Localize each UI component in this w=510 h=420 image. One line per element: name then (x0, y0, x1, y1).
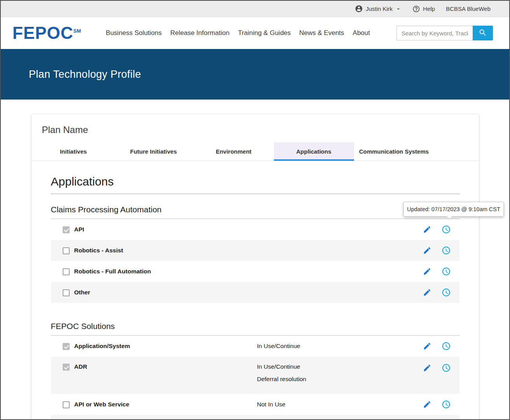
edit-icon[interactable] (423, 364, 431, 372)
edit-icon[interactable] (423, 342, 431, 350)
checkbox-adr[interactable] (63, 364, 70, 371)
table-row-robotics-assist: Robotics - Assist (51, 240, 459, 261)
nav-training-guides[interactable]: Training & Guides (238, 29, 291, 37)
row-label: Robotics - Assist (74, 247, 257, 254)
row-label: API or Web Service (74, 401, 257, 408)
main-nav: Business Solutions Release Information T… (106, 29, 370, 37)
help-link[interactable]: Help (412, 5, 435, 13)
help-label: Help (423, 5, 435, 12)
search-input[interactable] (396, 26, 473, 40)
nav-business-solutions[interactable]: Business Solutions (106, 29, 162, 37)
checkbox-api[interactable] (63, 226, 70, 233)
row-list: API Robotics - Assist (51, 219, 459, 303)
updated-tooltip: Updated: 07/17/2023 @ 9:10am CST (403, 202, 504, 217)
search-icon (478, 28, 487, 38)
table-row-application-system: Application/System In Use/Continue (51, 336, 459, 357)
edit-icon[interactable] (423, 400, 431, 409)
group-claims-processing: Claims Processing Automation API Robo (51, 205, 459, 303)
page-banner: Plan Technology Profile (1, 49, 509, 100)
section-title: Applications (51, 175, 459, 194)
checkbox-application-system[interactable] (63, 343, 70, 350)
plan-profile-card: Plan Name Initiatives Future Initiatives… (32, 114, 479, 420)
history-icon[interactable] (442, 363, 451, 373)
history-icon[interactable] (442, 400, 451, 409)
tab-initiatives[interactable]: Initiatives (33, 142, 114, 161)
table-row-automated-denial: Automated Denial Processing Not In Use (51, 415, 459, 420)
fepoc-logo[interactable]: FEPOCSM (12, 24, 81, 42)
checkbox-robotics-full[interactable] (63, 268, 70, 275)
nav-news-events[interactable]: News & Events (299, 29, 344, 37)
user-name: Justin Kirk (366, 5, 393, 12)
table-row-other: Other (51, 282, 459, 303)
utility-bar: Justin Kirk Help BCBSA BlueWeb (1, 1, 509, 17)
brand-label: BCBSA BlueWeb (446, 5, 491, 12)
history-icon[interactable] (442, 267, 451, 276)
history-icon[interactable] (442, 225, 451, 234)
tab-communication-systems[interactable]: Communication Systems (354, 142, 434, 161)
checkbox-api-web-service[interactable] (63, 401, 70, 408)
checkbox-other[interactable] (63, 289, 70, 296)
page-title: Plan Technology Profile (29, 68, 141, 80)
tab-bar: Initiatives Future Initiatives Environme… (32, 142, 479, 161)
row-label: Robotics - Full Automation (74, 268, 257, 275)
row-status: Not In Use (257, 401, 423, 408)
row-label: Other (74, 289, 257, 296)
table-row-robotics-full: Robotics - Full Automation (51, 261, 459, 282)
group-title: FEPOC Solutions (51, 322, 459, 336)
plan-name-heading: Plan Name (32, 114, 479, 136)
chevron-down-icon (395, 6, 401, 12)
nav-about[interactable]: About (353, 29, 370, 37)
checkbox-robotics-assist[interactable] (63, 247, 70, 254)
row-status: In Use/Continue (257, 343, 423, 350)
edit-icon[interactable] (423, 267, 431, 276)
tab-applications[interactable]: Applications (274, 142, 354, 161)
brand-link[interactable]: BCBSA BlueWeb (446, 5, 491, 12)
nav-release-information[interactable]: Release Information (170, 29, 230, 37)
history-icon[interactable] (442, 246, 451, 255)
history-icon[interactable] (442, 288, 451, 297)
user-menu[interactable]: Justin Kirk (355, 5, 401, 13)
edit-icon[interactable] (423, 288, 431, 297)
row-label: API (74, 226, 257, 233)
table-row-adr: ADR In Use/ContinueDeferral resolution (51, 357, 459, 394)
row-list: Application/System In Use/Continue ADR I… (51, 336, 459, 420)
table-row-api-web-service: API or Web Service Not In Use (51, 394, 459, 415)
group-fepoc-solutions: FEPOC Solutions Application/System In Us… (51, 322, 459, 420)
edit-icon[interactable] (423, 246, 431, 255)
table-row-api: API (51, 219, 459, 240)
app-window: Justin Kirk Help BCBSA BlueWeb FEPOCSM B… (0, 0, 510, 420)
search-button[interactable] (473, 26, 493, 40)
tab-future-initiatives[interactable]: Future Initiatives (114, 142, 194, 161)
history-icon[interactable] (442, 341, 451, 351)
logo-sup: SM (74, 28, 81, 34)
help-icon (412, 5, 420, 13)
edit-icon[interactable] (423, 225, 431, 234)
logo-text: FEPOC (12, 23, 74, 42)
row-label: ADR (74, 363, 257, 370)
tab-environment[interactable]: Environment (194, 142, 274, 161)
search-bar (396, 26, 493, 40)
row-status: In Use/ContinueDeferral resolution (257, 363, 423, 383)
main-header: FEPOCSM Business Solutions Release Infor… (1, 17, 509, 49)
group-title: Claims Processing Automation (51, 205, 459, 219)
user-avatar-icon (355, 5, 363, 13)
row-label: Application/System (74, 343, 257, 350)
